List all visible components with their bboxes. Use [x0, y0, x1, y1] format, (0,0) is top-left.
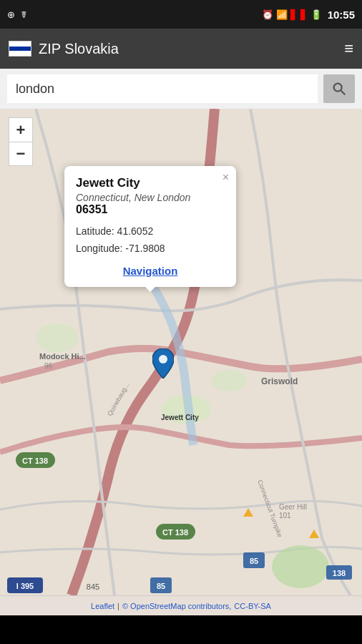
svg-text:CT 138: CT 138 [162, 528, 188, 537]
svg-text:Griswold: Griswold [261, 376, 298, 386]
license-link[interactable]: CC-BY-SA [234, 602, 271, 610]
popup-zip: 06351 [76, 203, 225, 216]
popup-close-button[interactable]: × [222, 172, 229, 183]
popup-navigation-area: Navigation [76, 265, 225, 277]
status-icons-right: ⏰ 📶 ▋ ▋ 🔋 10:55 [262, 9, 355, 21]
popup-state-county: Connecticut, New London [76, 192, 225, 203]
svg-point-33 [159, 355, 167, 364]
app-title: ZIP Slovakia [39, 41, 119, 57]
svg-text:I 395: I 395 [16, 582, 34, 590]
location-popup: × Jewett City Connecticut, New London 06… [64, 166, 236, 287]
leaflet-link[interactable]: Leaflet [91, 602, 114, 610]
svg-text:Modock Hi...: Modock Hi... [39, 352, 86, 361]
svg-text:845: 845 [87, 582, 99, 591]
popup-coordinates: Latitude: 41.6052 Longitude: -71.9808 [76, 223, 225, 258]
wifi-icon: 📶 [276, 9, 288, 20]
map-container[interactable]: CT 138 CT 138 85 85 845 164 138 Modock H… [0, 109, 362, 595]
signal-icon-2: ▋ [300, 9, 308, 20]
longitude-value: -71.9808 [125, 243, 165, 254]
svg-line-1 [341, 91, 346, 95]
svg-text:101: 101 [279, 512, 291, 519]
svg-point-4 [211, 370, 247, 391]
search-input[interactable] [7, 74, 318, 103]
svg-text:85: 85 [157, 582, 165, 590]
search-button[interactable] [323, 74, 355, 103]
navigation-link[interactable]: Navigation [123, 265, 178, 277]
svg-text:138: 138 [333, 569, 346, 577]
zoom-in-button[interactable]: + [9, 117, 33, 142]
svg-text:96: 96 [44, 362, 53, 370]
svg-text:Jewett City: Jewett City [161, 414, 199, 421]
search-bar [0, 69, 362, 109]
popup-city: Jewett City [76, 176, 225, 190]
longitude-label: Longitude: [76, 243, 122, 254]
flag-icon [9, 41, 31, 57]
svg-text:Geer Hill: Geer Hill [279, 503, 307, 511]
svg-point-6 [36, 323, 79, 352]
svg-point-0 [334, 84, 342, 92]
zoom-controls: + − [9, 117, 33, 166]
alarm-icon: ⏰ [262, 9, 273, 20]
osm-link[interactable]: © OpenStreetMap contributors, [122, 602, 231, 610]
battery-icon: 🔋 [310, 9, 322, 20]
signal-icon: ▋ [290, 9, 298, 20]
latitude-label: Latitude: [76, 225, 114, 237]
clock: 10:55 [328, 9, 355, 21]
attribution-separator: | [117, 602, 119, 610]
status-bar: ⊕ ☤ ⏰ 📶 ▋ ▋ 🔋 10:55 [0, 0, 362, 29]
map-pin [152, 348, 174, 381]
latitude-value: 41.6052 [117, 225, 154, 237]
app-title-area: ZIP Slovakia [9, 41, 119, 57]
app-bar: ZIP Slovakia ≡ [0, 29, 362, 69]
svg-point-5 [272, 545, 329, 588]
menu-button[interactable]: ≡ [344, 39, 353, 58]
svg-text:85: 85 [250, 557, 258, 565]
status-icons-left: ⊕ ☤ [7, 9, 27, 20]
usb-icon: ☤ [21, 9, 27, 20]
zoom-out-button[interactable]: − [9, 142, 33, 166]
attribution-bar: Leaflet | © OpenStreetMap contributors, … [0, 595, 362, 615]
search-icon [331, 81, 347, 97]
android-icon: ⊕ [7, 9, 15, 20]
svg-text:CT 138: CT 138 [22, 457, 48, 465]
